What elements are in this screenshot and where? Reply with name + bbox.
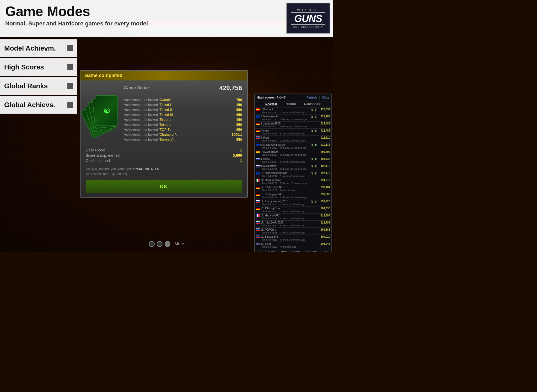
hs-btab-sep-4: | xyxy=(303,250,303,252)
hs-entry-8: 8: elt000 🍃🍃 404,432 Time: 04:32:04 1 ho… xyxy=(255,157,331,164)
hs-rank-11: 11: nicola.arrichiell xyxy=(260,179,282,182)
achievement-row-4: Achievement unlocked 'Expert':450 xyxy=(124,117,242,122)
hs-sep: | xyxy=(319,95,320,100)
booster-value: 5,600x2.5=14,000 xyxy=(133,167,159,171)
hs-time-17: Time: 03:18:71 5 hours, 26 minutes ago xyxy=(256,224,330,227)
dialog-scores: Game Score: 429,756 Achievement unlocked… xyxy=(120,84,242,142)
score-exp-value: 5,600 xyxy=(233,153,242,157)
hs-tab-hardcore[interactable]: HARDCORE xyxy=(303,102,322,106)
hs-rank-5: 5: Prag xyxy=(260,136,269,139)
hs-time-3: Time: 04:18:91 19 hours, 50 minutes ago xyxy=(256,125,330,128)
bottom-dots: More xyxy=(149,241,184,247)
game-dialog: Game completed ☯ ☯ Game Score: 429,756 A… xyxy=(80,70,248,198)
menu-icon-model-achievm xyxy=(67,45,73,51)
hs-icons-2: 🍃🍃 xyxy=(311,115,317,118)
achievement-row-0: Achievement unlocked 'Gamer':750 xyxy=(124,97,242,102)
hs-score-20: 208,946 xyxy=(317,242,330,245)
hs-score-16: 212,696 xyxy=(317,214,330,217)
hs-score-3: 424,468 xyxy=(317,122,330,125)
dialog-cards-area: ☯ ☯ Game Score: 429,756 Achievement unlo… xyxy=(86,84,242,142)
hs-score-8: 404,432 xyxy=(317,157,330,160)
hs-rank-15: 15: 2Strong4You xyxy=(260,207,280,210)
hs-flag-10 xyxy=(256,172,260,175)
hs-icons-4: 🍃🍃 xyxy=(311,129,317,132)
menu-icon-high-scores xyxy=(67,64,73,70)
hs-rank-8: 8: elt000 xyxy=(260,157,270,160)
menu-label-global-ranks: Global Ranks xyxy=(4,82,48,90)
hs-entry-18: 18: AGROpro 209,881 Time: 03:36:78 9 hou… xyxy=(255,228,331,235)
hs-flag-3 xyxy=(256,122,260,125)
hs-score-4: 422,462 xyxy=(317,129,330,132)
dot-1[interactable] xyxy=(149,241,155,247)
hs-btab-old[interactable]: Old* xyxy=(322,250,328,252)
left-menu: Model Achievm.High ScoresGlobal RanksGlo… xyxy=(0,39,77,115)
hs-score-5: 412,310 xyxy=(317,136,330,139)
hs-flag-4 xyxy=(256,129,260,132)
daily-place-label: Daily Place: xyxy=(86,148,105,152)
menu-item-high-scores[interactable]: High Scores xyxy=(0,58,77,76)
dot-3[interactable] xyxy=(165,241,170,247)
hs-btab-sep-5: | xyxy=(320,250,320,252)
high-scores-panel: High scores 'AK-47' Refresh | Close NORM… xyxy=(254,94,332,252)
hs-header: High scores 'AK-47' Refresh | Close xyxy=(255,94,331,101)
hs-tab-super[interactable]: SUPER xyxy=(285,102,297,106)
logo-divider2 xyxy=(291,24,325,25)
dialog-summary: Daily Place: 1 Score & Exp. earned: 5,60… xyxy=(86,145,242,165)
hs-tab-normal[interactable]: NORMAL xyxy=(264,102,279,106)
hs-rank-20: 20: Big B xyxy=(260,242,271,245)
ok-button[interactable]: OK xyxy=(86,180,242,193)
hs-flag-12 xyxy=(256,186,260,189)
score-main: Game Score: 429,756 xyxy=(124,84,242,94)
hs-refresh-btn[interactable]: Refresh xyxy=(307,95,317,100)
achievement-row-6: Achievement unlocked 'TOP 3':650 xyxy=(124,127,242,132)
hs-close-btn[interactable]: Close xyxy=(322,95,329,100)
menu-item-global-ranks[interactable]: Global Ranks xyxy=(0,77,77,95)
hs-time-12: Time: 05:12:82 14 minutes ago xyxy=(256,189,330,192)
hs-entry-17: 17: _SoLDieR-0007_ 212,398 Time: 03:18:7… xyxy=(255,221,331,228)
menu-item-model-achievm[interactable]: Model Achievm. xyxy=(0,39,77,57)
hs-flag-18 xyxy=(256,228,260,231)
hs-rank-6: 6: MasterCommander xyxy=(260,143,286,146)
hs-tab-sep-2: | xyxy=(300,102,300,106)
hs-flag-5 xyxy=(256,137,260,139)
hs-btab-month[interactable]: Month xyxy=(279,250,288,252)
hs-score-18: 209,881 xyxy=(317,228,330,231)
hs-entry-11: 11: nicola.arrichiell 394,370 Time: 05:0… xyxy=(255,178,331,185)
score-exp-row: Score & Exp. earned: 5,600 xyxy=(86,153,242,158)
hs-score-1: 426,634 xyxy=(317,108,330,111)
hs-entry-12: 12: robindesmet007 393,104 Time: 05:12:8… xyxy=(255,185,331,192)
hs-entry-5: 5: Prag 412,310 Time: 04:03:57 22 hours,… xyxy=(255,136,331,143)
hs-rank-14: 14: ildar_yusupov_2018 xyxy=(260,200,288,203)
hs-rank-19: 19: Salazar142 xyxy=(260,235,278,238)
hs-list: 1: Karckaft 🍃🍃 426,634 Time: 03:12:11 1 … xyxy=(255,107,331,249)
hs-flag-9 xyxy=(256,165,260,167)
score-exp-label: Score & Exp. earned: xyxy=(86,153,121,157)
menu-icon-global-achievs xyxy=(67,102,73,108)
hs-flag-11 xyxy=(256,179,260,182)
dot-2[interactable] xyxy=(157,241,163,247)
hs-btab-week[interactable]: Week xyxy=(267,250,275,252)
hs-time-14: Time: 05:19:57 4 hours, 47 minutes ago xyxy=(256,203,330,206)
hs-entry-4: 4: sven 🍃🍃 422,462 Time: 03:27:13 5 hour… xyxy=(255,129,331,136)
achievement-row-1: Achievement unlocked 'Timed I':450 xyxy=(124,102,242,107)
achievement-row-3: Achievement unlocked 'Timed III':650 xyxy=(124,112,242,117)
hs-rank-10: 10: mladenmilovanovic xyxy=(260,172,287,175)
hs-btab-myscores[interactable]: My Scores xyxy=(304,250,318,252)
hs-btab-sep-3: | xyxy=(289,250,290,252)
achievement-row-5: Achievement unlocked 'Sniper':550 xyxy=(124,122,242,127)
hs-controls: Refresh | Close xyxy=(307,95,329,100)
hs-time-2: Time: 03:10:37 18 hours, 24 minutes ago xyxy=(256,118,330,121)
hs-time-5: Time: 04:03:57 22 hours, 4 minutes ago xyxy=(256,139,330,142)
hs-btab-day[interactable]: Day xyxy=(257,250,264,252)
hs-entry-20: 20: Big B 208,946 Time: 03:43:52 45 minu… xyxy=(255,242,331,249)
hs-btab-all-time[interactable]: All-time xyxy=(291,250,301,252)
booster-text3: (both score and Exp. Points) xyxy=(86,172,127,176)
hs-entry-16: 16: alexaltair972 212,696 Time: 03:16:58… xyxy=(255,214,331,221)
hs-time-11: Time: 05:08:28 12 hours, 10 minutes ago xyxy=(256,182,330,184)
menu-item-global-achievs[interactable]: Global Achievs. xyxy=(0,96,77,114)
hs-flag-20 xyxy=(256,243,260,245)
hs-entry-19: 19: Salazar142 209,010 Time: 03:43:19 8 … xyxy=(255,235,331,242)
hs-entry-15: 15: 2Strong4You 384,830 Time: 05:42:61 5… xyxy=(255,206,331,214)
achievement-row-8: Achievement unlocked 'Serenity':550 xyxy=(124,137,242,142)
logo-guns: GUNS xyxy=(294,14,322,24)
